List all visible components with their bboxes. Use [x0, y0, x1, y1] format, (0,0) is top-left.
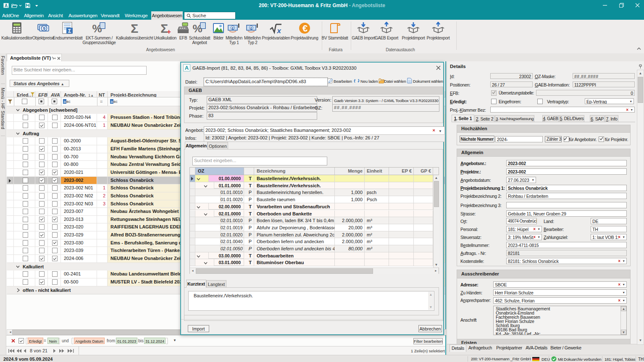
svg-text:ʙᴄ: ʙᴄ — [113, 100, 118, 104]
svg-text:Σ: Σ — [68, 28, 71, 34]
svg-text:%: % — [92, 22, 102, 34]
svg-text:9: 9 — [43, 26, 45, 31]
svg-text:+: + — [167, 28, 171, 34]
svg-text:a: a — [110, 100, 113, 104]
svg-text:€: € — [232, 26, 234, 30]
svg-text:€: € — [250, 26, 252, 30]
svg-text:Σ: Σ — [131, 22, 138, 34]
svg-text:x: x — [276, 27, 281, 34]
svg-text:€: € — [302, 23, 308, 34]
svg-text:ʙᴄ: ʙᴄ — [66, 100, 71, 104]
svg-text:a: a — [63, 100, 66, 104]
svg-text:A: A — [185, 65, 189, 71]
svg-text:%: % — [193, 22, 202, 34]
